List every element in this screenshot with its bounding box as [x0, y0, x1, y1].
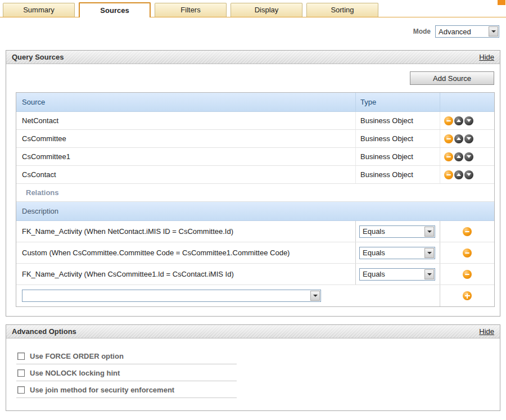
move-down-icon[interactable] [464, 134, 473, 143]
query-sources-header: Query Sources Hide [6, 51, 500, 64]
remove-source-icon[interactable] [444, 134, 453, 143]
remove-relation-icon[interactable] [463, 270, 472, 279]
dropdown-arrow-icon [424, 227, 434, 237]
remove-source-icon[interactable] [444, 116, 453, 125]
remove-source-icon[interactable] [444, 152, 453, 161]
force-order-label: Use FORCE ORDER option [30, 352, 124, 360]
tab-bar: Summary Sources Filters Display Sorting [0, 0, 506, 17]
description-header-row: Description [16, 202, 494, 221]
advanced-options-body: Use FORCE ORDER option Use NOLOCK lockin… [6, 338, 500, 410]
relations-section-row: Relations [16, 184, 494, 202]
move-down-icon[interactable] [464, 170, 473, 179]
dropdown-arrow-icon [424, 269, 434, 279]
mode-select[interactable]: Advanced [435, 25, 499, 38]
relation-operator-select[interactable]: Equals [359, 225, 435, 238]
advanced-options-header: Advanced Options Hide [6, 325, 500, 338]
new-relation-select[interactable] [22, 290, 321, 302]
source-row: CsCommittee1 Business Object [16, 148, 494, 166]
source-name: CsContact [16, 166, 356, 183]
nolock-checkbox[interactable] [17, 369, 25, 377]
option-row-nolock: Use NOLOCK locking hint [16, 364, 237, 381]
add-source-button[interactable]: Add Source [410, 71, 494, 85]
dropdown-arrow-icon [310, 291, 320, 301]
relation-operator-value: Equals [360, 249, 424, 257]
source-name: NetContact [16, 112, 356, 129]
source-type: Business Object [356, 148, 440, 165]
tab-sorting[interactable]: Sorting [306, 3, 378, 17]
tab-sources[interactable]: Sources [79, 2, 151, 17]
source-name: CsCommittee1 [16, 148, 356, 165]
advanced-options-title: Advanced Options [12, 327, 76, 336]
move-up-icon[interactable] [454, 116, 463, 125]
source-row: CsCommittee Business Object [16, 130, 494, 148]
remove-relation-icon[interactable] [463, 227, 472, 236]
query-sources-title: Query Sources [12, 53, 64, 61]
sources-table-header: Source Type [16, 93, 494, 112]
force-order-checkbox[interactable] [17, 353, 25, 360]
relation-operator-select[interactable]: Equals [359, 268, 435, 281]
source-name: CsCommittee [16, 130, 356, 147]
relation-description: FK_Name_Activity (When CsCommittee1.Id =… [16, 264, 356, 284]
relations-label[interactable]: Relations [26, 188, 59, 197]
move-down-icon[interactable] [464, 116, 473, 125]
relation-operator-value: Equals [360, 227, 424, 236]
dropdown-arrow-icon [489, 26, 498, 37]
advanced-options-panel: Advanced Options Hide Use FORCE ORDER op… [6, 324, 500, 411]
nolock-label: Use NOLOCK locking hint [30, 369, 120, 377]
advanced-options-hide-link[interactable]: Hide [479, 327, 494, 336]
join-method-checkbox[interactable] [17, 386, 25, 394]
source-row: CsContact Business Object [16, 166, 494, 184]
tab-summary[interactable]: Summary [3, 3, 75, 17]
relation-operator-select[interactable]: Equals [359, 247, 435, 259]
column-header-type: Type [356, 93, 440, 111]
new-relation-row [16, 285, 494, 306]
tab-display[interactable]: Display [231, 3, 302, 17]
join-method-label: Use join method for security enforcement [30, 386, 174, 394]
source-row: NetContact Business Object [16, 112, 494, 130]
relation-row: FK_Name_Activity (When CsCommittee1.Id =… [16, 264, 494, 285]
move-up-icon[interactable] [454, 152, 463, 161]
mode-label: Mode [413, 28, 431, 35]
sources-table: Source Type NetContact Business Object C… [16, 92, 495, 307]
relation-operator-value: Equals [360, 270, 424, 278]
relation-row: FK_Name_Activity (When NetContact.iMIS I… [16, 221, 494, 242]
relation-description: FK_Name_Activity (When NetContact.iMIS I… [16, 221, 356, 242]
relation-row: Custom (When CsCommittee.Committee Code … [16, 242, 494, 264]
query-sources-body: Add Source Source Type NetContact Busine… [6, 64, 500, 316]
tab-filters[interactable]: Filters [155, 3, 227, 17]
option-row-force-order: Use FORCE ORDER option [16, 347, 237, 364]
query-sources-panel: Query Sources Hide Add Source Source Typ… [6, 50, 500, 317]
move-down-icon[interactable] [464, 152, 473, 161]
column-header-source: Source [16, 93, 356, 111]
source-type: Business Object [356, 112, 440, 129]
remove-relation-icon[interactable] [463, 249, 472, 258]
description-header: Description [22, 207, 58, 215]
source-type: Business Object [356, 130, 440, 147]
close-button-fragment[interactable] [498, 0, 505, 5]
dropdown-arrow-icon [424, 248, 434, 258]
remove-source-icon[interactable] [444, 170, 453, 179]
relation-description: Custom (When CsCommittee.Committee Code … [16, 242, 356, 263]
move-up-icon[interactable] [454, 170, 463, 179]
source-type: Business Object [356, 166, 440, 183]
mode-row: Mode Advanced [0, 25, 499, 38]
option-row-join-method: Use join method for security enforcement [16, 381, 237, 398]
add-relation-icon[interactable] [463, 291, 472, 300]
move-up-icon[interactable] [454, 134, 463, 143]
new-relation-select-value [22, 296, 310, 296]
mode-select-value: Advanced [436, 28, 488, 36]
query-sources-hide-link[interactable]: Hide [479, 53, 494, 61]
